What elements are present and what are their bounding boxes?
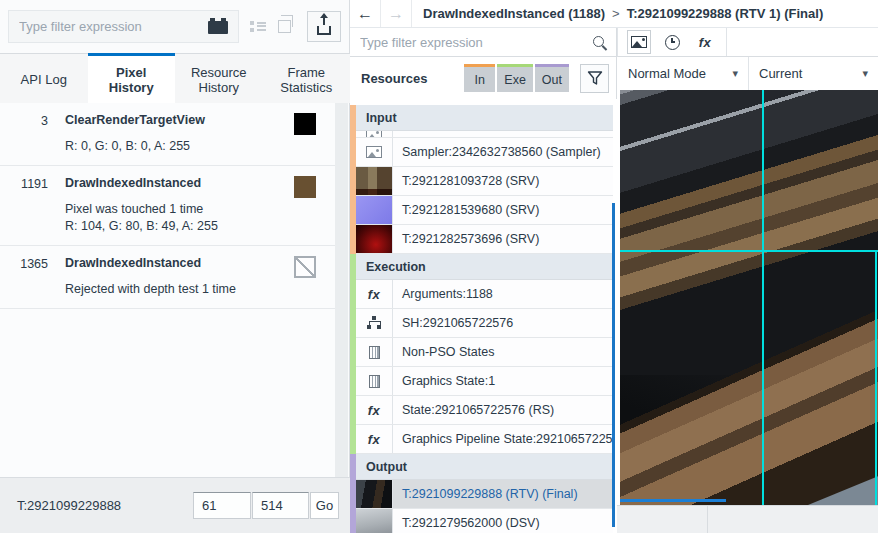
viewer-horizontal-scrollbar[interactable]	[620, 499, 726, 502]
resource-label: SH:2921065722576	[393, 309, 613, 337]
breadcrumb-item[interactable]: T:2921099229888 (RTV 1) (Final)	[627, 6, 831, 21]
event-id: 1191	[0, 176, 48, 191]
resource-icon	[368, 287, 381, 302]
resource-row[interactable]: SH:2921065722576	[356, 309, 613, 338]
resource-label: T:2921281093728 (SRV)	[393, 167, 613, 195]
resource-label: T:2921279562000 (DSV)	[393, 509, 613, 533]
resource-icon	[368, 403, 381, 418]
section-title: Execution	[366, 260, 426, 274]
search-icon[interactable]	[592, 35, 607, 50]
resource-row[interactable]: Sampler:2342632738560 (Sampler)	[356, 138, 613, 167]
view-toolbar-group	[618, 28, 727, 56]
pixel-history-event[interactable]: 3 ClearRenderTargetView R: 0, G: 0, B: 0…	[0, 103, 337, 166]
film-icon[interactable]	[208, 21, 228, 34]
event-detail: Pixel was touched 1 time	[65, 202, 294, 216]
event-detail: R: 104, G: 80, B: 49, A: 255	[65, 219, 294, 233]
tree-view-icon	[250, 20, 266, 33]
history-view-button[interactable]	[660, 30, 684, 54]
tab[interactable]: Pixel History	[88, 53, 176, 103]
left-scrollbar-track[interactable]	[335, 103, 348, 477]
resource-icon	[368, 432, 381, 447]
resource-media	[356, 225, 393, 253]
resource-filter-input[interactable]	[360, 35, 586, 50]
resource-label: State:2921065722576 (RS)	[393, 396, 613, 424]
resource-list: Input Sampler:2342632738560 (Sampler) T:…	[350, 99, 617, 533]
resource-thumbnail	[356, 225, 392, 253]
resource-filter-button[interactable]: Out	[535, 64, 569, 92]
pixel-history-event[interactable]: 1191 DrawIndexedInstanced Pixel was touc…	[0, 166, 337, 246]
left-filter-box[interactable]	[8, 10, 239, 43]
section-body: Input Sampler:2342632738560 (Sampler) T:…	[356, 105, 613, 254]
resource-row[interactable]: Graphics State:1	[356, 367, 613, 396]
back-button[interactable]	[350, 0, 381, 27]
resource-label: Graphics Pipeline State:2921065722576	[393, 425, 613, 453]
resource-media	[356, 338, 393, 366]
pixel-color-swatch	[294, 256, 316, 278]
resource-row[interactable]: T:2921099229888 (RTV) (Final)	[356, 480, 613, 509]
resource-icon	[369, 346, 380, 359]
tab[interactable]: API Log	[0, 53, 88, 103]
event-name: DrawIndexedInstanced	[65, 176, 294, 190]
forward-button[interactable]	[381, 0, 412, 27]
event-name: DrawIndexedInstanced	[65, 256, 294, 270]
pixel-y-input[interactable]	[252, 492, 309, 519]
arrow-right-icon	[388, 5, 404, 23]
section-header: Execution	[356, 254, 613, 280]
event-details: Rejected with depth test 1 time	[65, 282, 294, 296]
resource-filter-button[interactable]: Exe	[497, 64, 533, 92]
resource-row[interactable]: T:2921282573696 (SRV)	[356, 225, 613, 254]
resource-label: T:2921282573696 (SRV)	[393, 225, 613, 253]
breadcrumb-label: DrawIndexedInstanced (1188)	[423, 6, 605, 21]
copy-icon	[278, 20, 291, 33]
resource-label: T:2921099229888 (RTV) (Final)	[393, 480, 613, 508]
resource-filter-button[interactable]: In	[464, 64, 495, 92]
export-icon	[317, 26, 331, 35]
frame-version-dropdown[interactable]: Current	[749, 57, 878, 90]
go-button[interactable]: Go	[310, 492, 339, 519]
filter-funnel-button[interactable]	[580, 64, 609, 93]
display-mode-dropdown[interactable]: Normal Mode	[618, 57, 749, 90]
resources-header: Resources InExeOut	[350, 57, 617, 99]
fx-view-button[interactable]	[693, 30, 717, 54]
event-text: DrawIndexedInstanced Rejected with depth…	[48, 256, 294, 296]
tab[interactable]: Resource History	[175, 53, 263, 103]
resource-media	[356, 131, 393, 137]
resource-thumbnail	[356, 196, 392, 224]
pixel-color-swatch	[294, 113, 316, 135]
pixel-history-list: 3 ClearRenderTargetView R: 0, G: 0, B: 0…	[0, 103, 337, 477]
resource-media	[356, 280, 393, 308]
breadcrumb-item[interactable]: DrawIndexedInstanced (1188) >	[423, 6, 620, 21]
funnel-icon	[586, 69, 604, 87]
export-button[interactable]	[307, 11, 341, 42]
left-filter-input[interactable]	[19, 19, 202, 34]
resource-row[interactable]: Arguments:1188	[356, 280, 613, 309]
resource-media	[356, 396, 393, 424]
viewer-toolbar: Normal Mode Current	[618, 57, 878, 90]
tab-label: Resource History	[181, 65, 257, 95]
tab[interactable]: Frame Statistics	[263, 53, 351, 103]
resource-row[interactable]	[356, 131, 613, 138]
graphics-frame-analyzer-window: API Log Pixel History Resource History F…	[0, 0, 878, 533]
resource-row[interactable]: T:2921281539680 (SRV)	[356, 196, 613, 225]
resource-filter-buttons: InExeOut	[464, 64, 569, 92]
resource-row[interactable]: T:2921281093728 (SRV)	[356, 167, 613, 196]
image-view-button[interactable]	[627, 30, 651, 54]
resource-row[interactable]: T:2921279562000 (DSV)	[356, 509, 613, 533]
fx-icon	[699, 35, 712, 50]
pixel-x-input[interactable]	[193, 492, 251, 519]
resource-row[interactable]: State:2921065722576 (RS)	[356, 396, 613, 425]
breadcrumb-bar: DrawIndexedInstanced (1188) > T:29210992…	[350, 0, 878, 28]
middle-scrollbar-thumb[interactable]	[612, 203, 615, 527]
event-details: R: 0, G: 0, B: 0, A: 255	[65, 139, 294, 153]
texture-viewer[interactable]	[620, 90, 878, 505]
resource-row[interactable]: Non-PSO States	[356, 338, 613, 367]
event-text: DrawIndexedInstanced Pixel was touched 1…	[48, 176, 294, 233]
resource-media	[356, 309, 393, 337]
resource-media	[356, 196, 393, 224]
section-header: Input	[356, 105, 613, 131]
resource-section: Output T:2921099229888 (RTV) (Final) T:2…	[350, 454, 617, 533]
tab-label: API Log	[21, 72, 67, 87]
pixel-history-event[interactable]: 1365 DrawIndexedInstanced Rejected with …	[0, 246, 337, 309]
resource-thumbnail	[356, 167, 392, 195]
resource-row[interactable]: Graphics Pipeline State:2921065722576	[356, 425, 613, 454]
